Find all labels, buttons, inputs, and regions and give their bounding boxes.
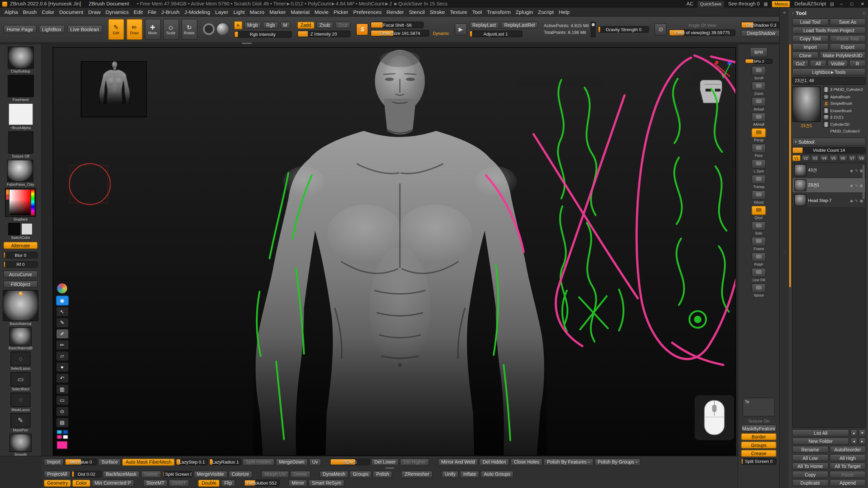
min-connected-p-button[interactable]: Min Connected P [91,480,134,487]
lightbox-tools-button[interactable]: Lightbox►Tools [792,68,866,75]
rename-button[interactable]: Rename [792,446,828,453]
visible-count-14-slider[interactable]: Visible Count 14 [792,147,866,154]
menu-edit[interactable]: Edit [134,9,143,15]
whiteboard-icon[interactable]: ▭ [56,395,68,405]
export-button[interactable]: Export [829,43,866,50]
delete-button[interactable]: Delete [141,470,161,477]
palette-swatch-2[interactable] [56,435,62,439]
double-button[interactable]: Double [198,480,220,487]
divider-grip[interactable]: ⋮ [780,249,789,254]
m-button[interactable]: M [280,21,290,28]
polyf-icon[interactable] [751,252,766,262]
camera-view-icon[interactable]: ⊙ [655,23,667,35]
accucurve-button[interactable]: AccuCurve [3,271,38,278]
palette-swatch-3[interactable] [62,435,68,439]
camera-icon[interactable]: ⊙ [56,406,68,416]
smooth-thumbnail[interactable] [9,434,32,452]
move-down-button[interactable]: ▾ [859,429,866,436]
subtool-tab-v7[interactable]: V7 [848,155,856,162]
right-shelf-floor[interactable]: Floor [751,144,766,158]
move-left-button[interactable]: ◂ [850,438,857,445]
del-lower-button[interactable]: Del Lower [371,458,399,465]
mode-rotate-button[interactable]: ↻Rotate [181,19,197,40]
undo-icon[interactable]: ↶ [56,373,68,383]
window-minimize-button[interactable]: – [838,1,845,6]
menu-stencil[interactable]: Stencil [409,9,425,15]
mode-draw-button[interactable]: ✏Draw [126,19,142,40]
eraser-icon[interactable]: ▱ [56,351,68,361]
field-of-view-deg-39-59775-slider[interactable]: Field of view(deg) 39.59775 [669,29,735,36]
subtool-item-23-1[interactable]: 23건1◉ ✎ ▦ [793,178,865,193]
right-shelf-aahalf[interactable]: AAHalf [751,113,766,126]
menu-zplugin[interactable]: Zplugin [516,9,533,15]
load-tools-from-project-button[interactable]: Load Tools From Project [792,27,866,34]
collapse-arrows-icon[interactable]: « [780,8,789,17]
angle-of-view-button[interactable]: Angle Of View [669,22,735,27]
load-tool-button[interactable]: Load Tool [792,18,828,25]
default-zscript-label[interactable]: DefaultZScript [794,1,826,6]
auto-mask-fibermesh-button[interactable]: Auto Mask FiberMesh [122,458,175,465]
brush-size-dot-icon[interactable]: ● [56,362,68,372]
menu-stroke[interactable]: Stroke [430,9,445,15]
color-button[interactable]: Color [72,480,90,487]
recent-tool-alphabrush[interactable]: AlphaBrush [823,94,866,100]
recent-tool-23-1[interactable]: 323건1 [823,114,866,120]
xpose-icon[interactable] [751,283,766,293]
saturation-square[interactable] [9,190,31,215]
black-swatch[interactable] [8,223,20,235]
lightbox-button[interactable]: LightBox [39,25,65,34]
mirror-and-weld-button[interactable]: Mirror And Weld [438,458,478,465]
current-tool-thumbnail[interactable] [792,86,821,122]
white-swatch[interactable] [21,223,33,235]
app-logo-icon[interactable] [56,282,68,294]
recent-tool-pm3d-cylinder3[interactable]: 3PM3D_Cylinder3 [823,86,866,93]
del-hidden-button[interactable]: Del Hidden [479,458,509,465]
paste-tool-button[interactable]: Paste Tool [829,35,866,42]
draw-size-191-5874-slider[interactable]: Draw Size 191.5874 [371,30,429,37]
current-color-swatch[interactable] [57,441,68,449]
subtool-tab-v3[interactable]: V3 [811,155,820,162]
menus-button[interactable]: Menus [772,0,791,7]
subtool-tab-v2[interactable]: V2 [801,155,810,162]
l-sym-icon[interactable] [751,159,766,169]
brushalpha-thumbnail[interactable] [8,103,33,125]
deep-shadow-button[interactable]: DeepShadow [741,30,781,37]
maskbyfeature-button[interactable]: MaskByFeature [741,425,776,432]
rgb-intensity-slider[interactable]: Rgb Intensity [234,31,292,38]
polish-by-features-button[interactable]: Polish By Features● [544,458,593,465]
texture-off-thumbnail[interactable] [8,131,33,154]
menu-j-modeling[interactable]: J-Modeling [184,9,210,15]
canvas-document[interactable]: ◉↖✎✐✏▱●↶▥▭⊙▤ [53,47,736,456]
alpha-a-toggle[interactable]: A [234,21,242,29]
menu-transform[interactable]: Transform [487,9,511,15]
recent-tool-cylinder3d[interactable]: Cylinder3D [823,121,866,127]
palette-scroll-indicator[interactable] [789,44,791,287]
groups-button[interactable]: Groups [741,442,776,449]
mode-move-button[interactable]: ✚Move [144,19,160,40]
right-shelf-qxyz[interactable]: Qxyz [751,206,766,220]
mergevisible-button[interactable]: MergeVisible [194,470,228,477]
make-polymesh3d-button[interactable]: Make PolyMesh3D [820,52,866,59]
menu-movie[interactable]: Movie [315,9,329,15]
basicmaterial-thumbnail[interactable] [3,290,38,321]
menu-alpha[interactable]: Alpha [4,9,18,15]
subtool-item-43[interactable]: 43건◉ ✎ ▦ [793,163,865,178]
resolution-552-slider[interactable]: Resolution 552 [244,480,280,486]
claybuildup-thumbnail[interactable] [7,46,34,68]
blur-0-slider[interactable]: Blur 0 [3,252,38,259]
focal-shift-56-slider[interactable]: Focal Shift -56 [371,22,424,28]
zadd-button[interactable]: Zadd [297,21,314,28]
subtool-item-head-step-7[interactable]: Head Step-7◉ ✎ ▦ [793,193,865,208]
lazystep-0-1-slider[interactable]: LazyStep 0.1 [176,459,208,465]
mode-scale-button[interactable]: ◇Scale [163,19,179,40]
dynamesh-button[interactable]: DynaMesh [319,470,349,477]
split-screen-0-slider[interactable]: Split Screen 0 [162,471,192,477]
all-low-button[interactable]: All Low [792,454,828,461]
subtool-tab-v6[interactable]: V6 [839,155,847,162]
move-right-button[interactable]: ▸ [859,438,866,445]
recent-tool-pm3d-cylinder3[interactable]: PM3D_Cylinder3 [823,128,866,134]
right-shelf-line-fill[interactable]: Line Fill [751,268,766,282]
sdiv-5-slider[interactable]: SDiv 5 [330,459,370,465]
flip-button[interactable]: Flip [221,480,235,487]
palette-swatch-0[interactable] [56,430,62,434]
